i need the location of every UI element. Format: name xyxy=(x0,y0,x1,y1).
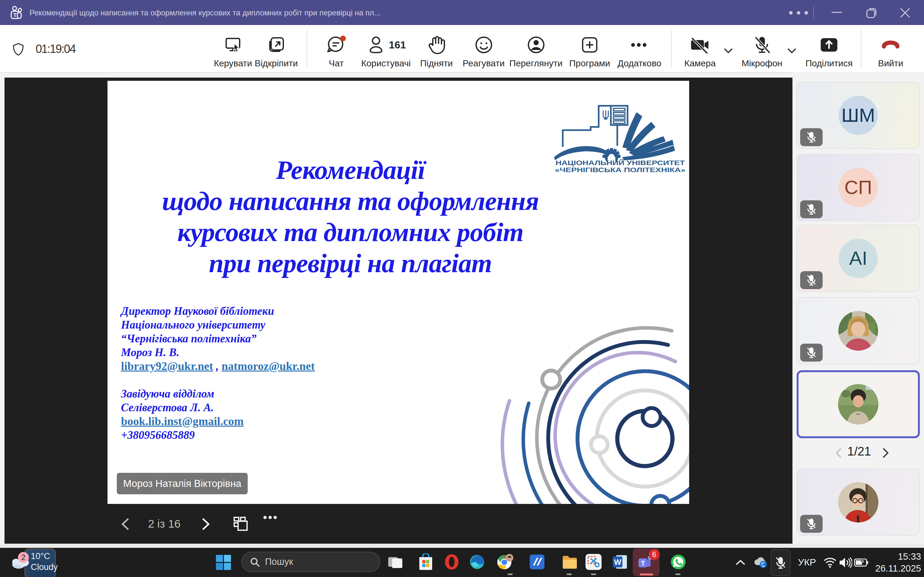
svg-text:T: T xyxy=(13,12,17,18)
svg-text:«ЧЕРНІГІВСЬКА ПОЛІТЕХНІКА»: «ЧЕРНІГІВСЬКА ПОЛІТЕХНІКА» xyxy=(555,166,686,173)
svg-text:T: T xyxy=(641,560,645,567)
svg-text:W: W xyxy=(614,558,622,566)
svg-text:НАЦІОНАЛЬНИЙ УНІВЕРСИТЕТ: НАЦІОНАЛЬНИЙ УНІВЕРСИТЕТ xyxy=(556,159,685,166)
